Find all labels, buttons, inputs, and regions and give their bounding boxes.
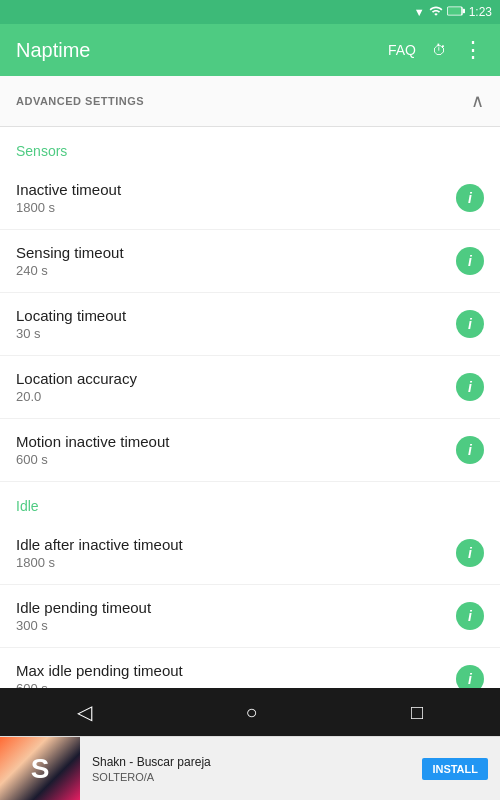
- setting-name-locating-timeout: Locating timeout: [16, 307, 448, 324]
- signal-icon: ▼: [414, 6, 425, 18]
- advanced-settings-header[interactable]: ADVANCED SETTINGS ∧: [0, 76, 500, 127]
- ad-content: Shakn - Buscar pareja SOLTERO/A: [80, 747, 422, 791]
- toolbar: Naptime FAQ ⏱ ⋮: [0, 24, 500, 76]
- back-button[interactable]: ◁: [53, 692, 116, 732]
- status-time: 1:23: [469, 5, 492, 19]
- list-item[interactable]: Motion inactive timeout 600 s i: [0, 419, 500, 482]
- ad-image: S: [0, 737, 80, 801]
- toolbar-actions: FAQ ⏱ ⋮: [388, 37, 484, 63]
- setting-name-inactive-timeout: Inactive timeout: [16, 181, 448, 198]
- setting-text-idle-pending: Idle pending timeout 300 s: [16, 599, 448, 633]
- setting-text-motion-inactive-timeout: Motion inactive timeout 600 s: [16, 433, 448, 467]
- svg-rect-1: [447, 7, 461, 15]
- info-button-idle-pending[interactable]: i: [456, 602, 484, 630]
- setting-value-inactive-timeout: 1800 s: [16, 200, 448, 215]
- faq-button[interactable]: FAQ: [388, 42, 416, 58]
- advanced-settings-title: ADVANCED SETTINGS: [16, 95, 144, 107]
- setting-value-idle-pending: 300 s: [16, 618, 448, 633]
- setting-text-locating-timeout: Locating timeout 30 s: [16, 307, 448, 341]
- list-item[interactable]: Idle pending timeout 300 s i: [0, 585, 500, 648]
- setting-text-inactive-timeout: Inactive timeout 1800 s: [16, 181, 448, 215]
- setting-value-max-idle-pending: 600 s: [16, 681, 448, 688]
- list-item[interactable]: Inactive timeout 1800 s i: [0, 167, 500, 230]
- info-button-location-accuracy[interactable]: i: [456, 373, 484, 401]
- more-options-button[interactable]: ⋮: [462, 37, 484, 63]
- status-bar: ▼ 1:23: [0, 0, 500, 24]
- ad-banner: S Shakn - Buscar pareja SOLTERO/A INSTAL…: [0, 736, 500, 800]
- sensors-category-label: Sensors: [0, 127, 500, 167]
- status-icons: ▼ 1:23: [414, 4, 492, 20]
- bottom-nav-bar: ◁ ○ □: [0, 688, 500, 736]
- info-button-max-idle-pending[interactable]: i: [456, 665, 484, 688]
- app-title: Naptime: [16, 39, 388, 62]
- list-item[interactable]: Sensing timeout 240 s i: [0, 230, 500, 293]
- list-item[interactable]: Max idle pending timeout 600 s i: [0, 648, 500, 688]
- ad-install-button[interactable]: INSTALL: [422, 758, 488, 780]
- svg-rect-2: [462, 9, 464, 14]
- setting-value-idle-after-inactive: 1800 s: [16, 555, 448, 570]
- setting-value-sensing-timeout: 240 s: [16, 263, 448, 278]
- list-item[interactable]: Location accuracy 20.0 i: [0, 356, 500, 419]
- chevron-up-icon: ∧: [471, 90, 484, 112]
- setting-text-max-idle-pending: Max idle pending timeout 600 s: [16, 662, 448, 688]
- info-button-motion-inactive-timeout[interactable]: i: [456, 436, 484, 464]
- battery-icon: [447, 5, 465, 19]
- setting-value-locating-timeout: 30 s: [16, 326, 448, 341]
- recents-button[interactable]: □: [387, 693, 447, 732]
- setting-text-location-accuracy: Location accuracy 20.0: [16, 370, 448, 404]
- setting-text-idle-after-inactive: Idle after inactive timeout 1800 s: [16, 536, 448, 570]
- setting-name-location-accuracy: Location accuracy: [16, 370, 448, 387]
- settings-content: ADVANCED SETTINGS ∧ Sensors Inactive tim…: [0, 76, 500, 688]
- info-button-sensing-timeout[interactable]: i: [456, 247, 484, 275]
- info-button-inactive-timeout[interactable]: i: [456, 184, 484, 212]
- list-item[interactable]: Idle after inactive timeout 1800 s i: [0, 522, 500, 585]
- setting-name-sensing-timeout: Sensing timeout: [16, 244, 448, 261]
- home-button[interactable]: ○: [221, 693, 281, 732]
- setting-value-location-accuracy: 20.0: [16, 389, 448, 404]
- setting-name-max-idle-pending: Max idle pending timeout: [16, 662, 448, 679]
- timer-button[interactable]: ⏱: [432, 42, 446, 58]
- list-item[interactable]: Locating timeout 30 s i: [0, 293, 500, 356]
- info-button-idle-after-inactive[interactable]: i: [456, 539, 484, 567]
- setting-name-idle-after-inactive: Idle after inactive timeout: [16, 536, 448, 553]
- setting-text-sensing-timeout: Sensing timeout 240 s: [16, 244, 448, 278]
- info-button-locating-timeout[interactable]: i: [456, 310, 484, 338]
- setting-name-idle-pending: Idle pending timeout: [16, 599, 448, 616]
- setting-name-motion-inactive-timeout: Motion inactive timeout: [16, 433, 448, 450]
- setting-value-motion-inactive-timeout: 600 s: [16, 452, 448, 467]
- idle-category-label: Idle: [0, 482, 500, 522]
- wifi-icon: [429, 4, 443, 20]
- ad-subtitle: SOLTERO/A: [92, 771, 410, 783]
- ad-title: Shakn - Buscar pareja: [92, 755, 410, 769]
